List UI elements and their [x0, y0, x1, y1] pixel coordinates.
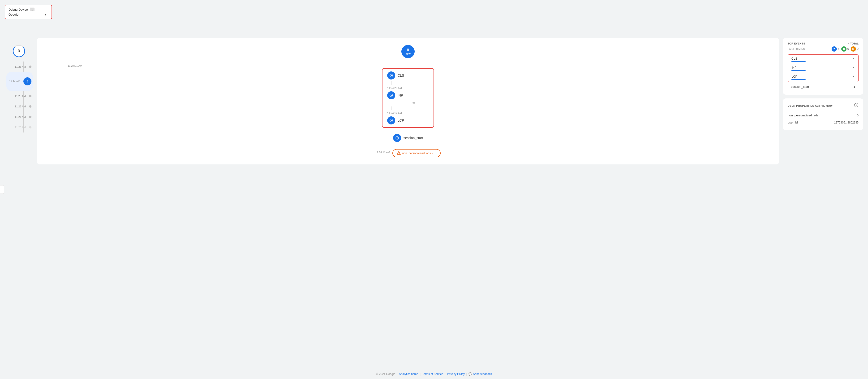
cls-icon	[387, 71, 395, 80]
event-name-lcp: LCP	[792, 75, 806, 78]
svg-point-7	[397, 138, 398, 138]
green-circle-icon	[841, 47, 846, 52]
svg-marker-12	[843, 48, 845, 50]
top-events-icons: 4 0	[832, 47, 859, 52]
collapse-toggle[interactable]: ›	[0, 185, 4, 194]
top-events-title: TOP EVENTS	[787, 42, 805, 45]
svg-point-1	[391, 75, 392, 76]
event-name-cls: CLS	[792, 57, 806, 60]
chevron-icon: ›	[2, 188, 3, 191]
event-count-inp: 1	[853, 66, 855, 70]
event-flow-panel: 0 new 11:24:21 AM	[37, 38, 779, 165]
highlighted-events-box: CLS 1 INP 1 LCP	[787, 54, 859, 82]
debug-device-select[interactable]: Google ▾	[8, 13, 46, 16]
timeline-dot-1125	[29, 65, 31, 68]
footer-link-feedback[interactable]: 💬 Send feedback	[468, 372, 492, 376]
event-icon-green: 0	[841, 47, 849, 52]
inp-icon	[387, 91, 395, 99]
blue-circle-icon	[832, 47, 837, 52]
flow-timestamp-1: 11:24:21 AM	[68, 64, 82, 67]
cls-label: CLS	[398, 74, 404, 77]
footer: © 2024 Google | Analytics home | Terms o…	[0, 369, 868, 379]
user-prop-value-ads: 0	[857, 114, 859, 117]
user-properties-panel: USER PROPERTIES ACTIVE NOW non_personali…	[783, 98, 863, 130]
svg-point-10	[399, 153, 400, 154]
event-bar-cls	[792, 61, 806, 62]
user-prop-name-userid: user_id	[787, 121, 798, 124]
flow-connector-mid	[408, 128, 408, 133]
event-icon-orange: 0	[851, 47, 859, 52]
debug-device-label: Debug Device	[8, 8, 28, 11]
history-icon[interactable]	[854, 103, 859, 109]
timeline-dot-1122	[29, 105, 31, 108]
timeline-top-circle: 0	[13, 45, 25, 57]
svg-rect-9	[398, 152, 399, 153]
event-name-session-start: session_start	[791, 85, 809, 88]
footer-copyright: © 2024 Google	[376, 372, 395, 376]
flow-session-row: session_start	[393, 134, 423, 142]
timeline-label-1124: 11:24 AM	[6, 80, 20, 83]
flow-connector-top	[408, 58, 408, 63]
top-events-header: TOP EVENTS 4 TOTAL	[787, 42, 859, 45]
event-row-lcp: LCP 1	[788, 73, 858, 82]
svg-point-11	[834, 48, 835, 49]
session-start-label: session_start	[404, 136, 423, 140]
svg-point-3	[391, 95, 392, 96]
svg-point-5	[391, 120, 392, 121]
user-prop-row-ads: non_personalized_ads 0	[787, 112, 859, 119]
flow-timestamp-4: 11:24:11 AM	[375, 151, 390, 154]
timeline-dot-1120	[29, 126, 31, 128]
event-count-lcp: 1	[853, 76, 855, 79]
user-prop-name-ads: non_personalized_ads	[787, 114, 818, 117]
flow-time-gap: 8s	[412, 101, 415, 105]
debug-count-badge: 1	[30, 7, 35, 11]
debug-device-header: Debug Device 1	[8, 7, 48, 11]
lcp-icon	[387, 116, 395, 124]
timeline-dot-1121	[29, 116, 31, 118]
event-icon-blue: 4	[832, 47, 839, 52]
flow-event-row-lcp: LCP	[387, 116, 429, 124]
event-name-inp: INP	[792, 66, 806, 69]
user-props-header: USER PROPERTIES ACTIVE NOW	[787, 103, 859, 109]
flow-event-row-inp: INP	[387, 91, 429, 99]
event-bar-inp	[792, 70, 806, 71]
footer-link-privacy[interactable]: Privacy Policy	[447, 372, 465, 376]
user-prop-label: non_personalized_ads = ...	[402, 152, 436, 155]
debug-device-panel: Debug Device 1 Google ▾	[5, 5, 52, 19]
user-prop-badge: non_personalized_ads = ...	[393, 149, 441, 157]
user-props-title: USER PROPERTIES ACTIVE NOW	[787, 104, 833, 107]
flow-timestamp-2: 11:24:20 AM	[387, 87, 402, 89]
flow-new-badge: 0 new	[401, 45, 414, 58]
top-events-subheader: LAST 30 MINS 4	[787, 47, 859, 52]
event-row-session-start: session_start 1	[787, 83, 859, 90]
session-start-icon	[393, 134, 401, 142]
top-events-panel: TOP EVENTS 4 TOTAL LAST 30 MINS	[783, 38, 863, 95]
selected-device-label: Google	[8, 13, 19, 16]
chevron-down-icon: ▾	[45, 13, 46, 16]
top-events-time: LAST 30 MINS	[787, 48, 805, 50]
event-count-cls: 1	[853, 57, 855, 61]
user-prop-icon	[397, 151, 401, 156]
svg-point-14	[853, 49, 854, 50]
footer-link-analytics[interactable]: Analytics home	[399, 372, 418, 376]
user-prop-value-userid: 1275305...3802935	[834, 121, 859, 124]
timeline-dot-1124-active: 4	[23, 77, 31, 85]
timeline-panel: 0 11:25 AM 11:24 AM 4	[5, 45, 33, 133]
inp-label: INP	[398, 93, 403, 97]
event-row-inp: INP 1	[788, 64, 858, 73]
timeline-dot-1123	[29, 95, 31, 97]
orange-count: 0	[857, 47, 859, 51]
green-count: 0	[847, 47, 849, 51]
event-row-cls: CLS 1	[788, 55, 858, 64]
flow-inner-connector-1	[391, 81, 392, 85]
flow-event-row-cls: CLS	[387, 71, 429, 80]
blue-count: 4	[838, 47, 839, 51]
lcp-label: LCP	[398, 119, 404, 122]
top-events-total: 4 TOTAL	[848, 42, 859, 45]
orange-circle-icon	[851, 47, 856, 52]
user-prop-row-userid: user_id 1275305...3802935	[787, 119, 859, 126]
flow-connector-bottom	[408, 142, 408, 147]
footer-link-tos[interactable]: Terms of Service	[422, 372, 443, 376]
flow-inner-connector-2	[391, 107, 392, 110]
event-bar-lcp	[792, 79, 806, 80]
